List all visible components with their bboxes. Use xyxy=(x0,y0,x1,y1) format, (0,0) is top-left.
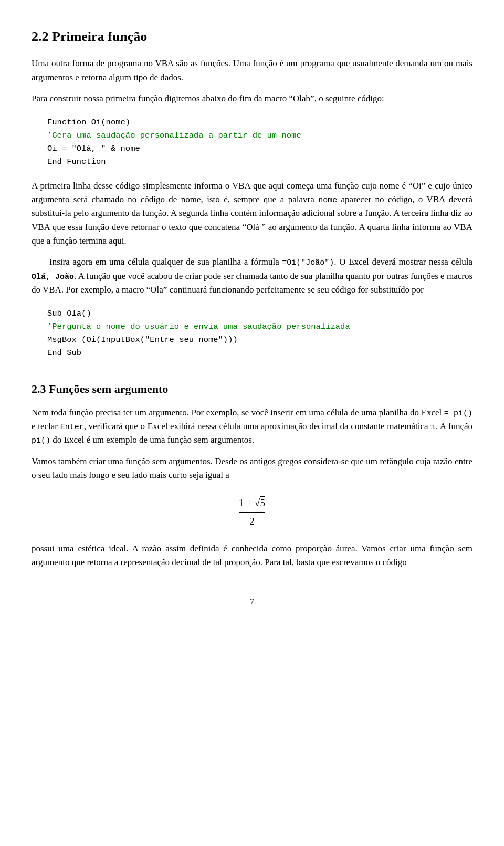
section23-para2: Vamos também criar uma função sem argume… xyxy=(32,455,472,483)
code2-line-3: MsgBox (Oi(InputBox("Entre seu nome"))) xyxy=(47,333,472,347)
page-number: 7 xyxy=(32,596,472,609)
code-line-1: Function Oi(nome) xyxy=(47,116,472,129)
code-block-1: Function Oi(nome) ’Gera uma saudação per… xyxy=(47,116,472,168)
code2-line-2: ’Pergunta o nome do usuário e envia uma … xyxy=(47,320,472,333)
section22-para4: Insira agora em uma célula qualquer de s… xyxy=(32,255,472,297)
section22-para1: Uma outra forma de programa no VBA são a… xyxy=(32,57,472,85)
section22-para2: Para construir nossa primeira função dig… xyxy=(32,92,472,106)
code2-line-4: End Sub xyxy=(47,347,472,360)
code-line-4: End Function xyxy=(47,155,472,169)
code2-line-1: Sub Ola() xyxy=(47,307,472,320)
math-formula: 1 + √5 2 xyxy=(32,495,472,529)
section23-para1: Nem toda função precisa ter um argumento… xyxy=(32,406,472,447)
section23-para3: possui uma estética ideal. A razão assim… xyxy=(32,542,472,570)
code-block-2: Sub Ola() ’Pergunta o nome do usuário e … xyxy=(47,307,472,359)
math-numerator: 1 + √5 xyxy=(239,495,265,513)
code-line-3: Oi = "Olá, " & nome xyxy=(47,142,472,155)
section-heading-22: 2.2 Primeira função xyxy=(32,26,472,47)
section-heading-23: 2.3 Funções sem argumento xyxy=(32,380,472,398)
code-line-2: ’Gera uma saudação personalizada a parti… xyxy=(47,129,472,142)
section22-para3: A primeira linha desse código simplesmen… xyxy=(32,179,472,248)
math-denominator: 2 xyxy=(239,514,265,529)
